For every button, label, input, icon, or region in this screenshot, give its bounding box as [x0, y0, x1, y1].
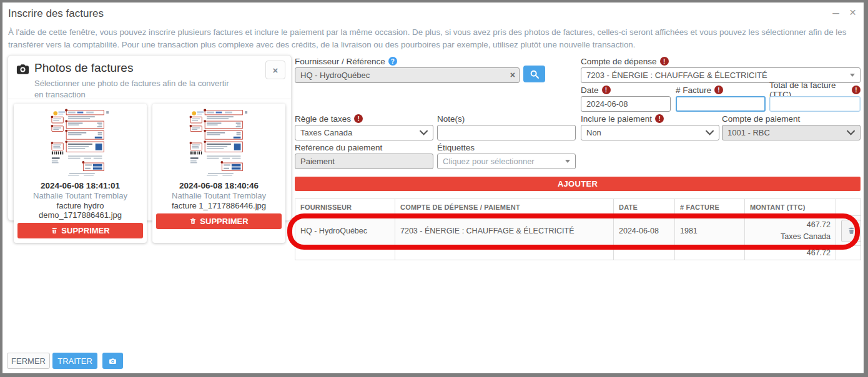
- cell-facture: 1981: [675, 216, 745, 246]
- table-row: HQ - HydroQuébec 7203 - ÉNERGIE : CHAUFF…: [295, 216, 861, 246]
- camera-button[interactable]: [102, 353, 123, 369]
- header-compte: COMPTE DE DÉPENSE / PAIEMENT: [395, 199, 614, 216]
- window-controls: – ×: [832, 5, 856, 20]
- reference-paiement-label: Reférence du paiement: [295, 143, 382, 152]
- regle-taxes-select[interactable]: Taxes Canada: [295, 125, 433, 140]
- invoice-photo-thumbnail[interactable]: [50, 108, 111, 178]
- required-icon: !: [852, 86, 861, 94]
- supprimer-button[interactable]: SUPPRIMER: [17, 223, 143, 238]
- clear-icon[interactable]: ×: [510, 70, 515, 80]
- photo-filename: facture 1_1717886446.jpg: [156, 201, 282, 210]
- chevron-down-icon: [706, 130, 714, 135]
- chevron-down-icon: [850, 74, 855, 77]
- etiquettes-label: Étiquettes: [437, 143, 475, 152]
- photos-panel-subtitle: Sélectionner une photo de factures afin …: [34, 78, 234, 100]
- close-icon[interactable]: ×: [849, 5, 856, 20]
- photo-user: Nathalie Toutant Tremblay: [156, 191, 282, 200]
- required-icon: !: [354, 114, 363, 123]
- fournisseur-label: Fournisseur / Référence: [295, 57, 385, 66]
- compte-paiement-field-group: Compte de paiement 1001 - RBC: [722, 114, 861, 140]
- table-total-row: 467.72: [295, 246, 861, 260]
- cell-compte: 7203 - ÉNERGIE : CHAUFFAGE & ÉLECTRICITÉ: [395, 216, 614, 246]
- supprimer-button[interactable]: SUPPRIMER: [156, 213, 282, 229]
- photos-panel: Photos de factures Sélectionner une phot…: [7, 55, 292, 221]
- total-montant: 467.72: [745, 246, 836, 260]
- photo-timestamp: 2024-06-08 18:40:46: [156, 181, 282, 190]
- photo-card: 2024-06-08 18:41:01 Nathalie Toutant Tre…: [14, 104, 147, 243]
- inclure-paiement-value: Non: [586, 128, 601, 137]
- photo-filename: facture hydro demo_1717886461.jpg: [17, 201, 143, 220]
- page-title: Inscrire des factures: [8, 7, 104, 20]
- photos-panel-title: Photos de factures: [34, 61, 133, 75]
- photos-panel-close-icon[interactable]: ×: [265, 61, 285, 79]
- regle-taxes-field-group: Règle de taxes ! Taxes Canada: [295, 114, 433, 140]
- regle-taxes-label: Règle de taxes: [295, 114, 351, 124]
- fournisseur-input[interactable]: [295, 67, 520, 83]
- photo-timestamp: 2024-06-08 18:41:01: [17, 181, 143, 190]
- photo-cards: 2024-06-08 18:41:01 Nathalie Toutant Tre…: [8, 99, 291, 247]
- header-actions: [836, 199, 861, 216]
- photos-panel-header: Photos de factures Sélectionner une phot…: [8, 56, 291, 99]
- cell-fournisseur: HQ - HydroQuébec: [295, 216, 395, 246]
- header-date: DATE: [614, 199, 675, 216]
- required-icon: !: [660, 57, 669, 66]
- ajouter-button[interactable]: AJOUTER: [295, 177, 861, 191]
- compte-depense-value: 7203 - ÉNERGIE : CHAUFFAGE & ÉLECTRICITÉ: [586, 71, 767, 80]
- cell-montant: 467.72 Taxes Canada: [745, 216, 836, 246]
- supprimer-label: SUPPRIMER: [200, 217, 248, 226]
- regle-taxes-value: Taxes Canada: [300, 128, 352, 137]
- inclure-paiement-field-group: Inclure le paiement ! Non: [581, 114, 719, 140]
- etiquettes-field-group: Étiquettes Cliquez pour sélectionner: [437, 142, 576, 169]
- photo-card: 2024-06-08 18:40:46 Nathalie Toutant Tre…: [152, 104, 285, 243]
- notes-field-group: Note(s): [437, 114, 576, 140]
- help-icon[interactable]: ?: [388, 57, 397, 66]
- trash-icon: [51, 227, 58, 235]
- inclure-paiement-select[interactable]: Non: [581, 125, 719, 140]
- facture-no-field-group: # Facture !: [676, 85, 766, 112]
- row-delete-button[interactable]: [841, 220, 861, 242]
- header-montant: MONTANT (TTC): [745, 199, 836, 216]
- table-header-row: FOURNISSEUR COMPTE DE DÉPENSE / PAIEMENT…: [295, 199, 861, 216]
- invoice-photo-thumbnail[interactable]: [189, 108, 249, 178]
- inscrire-factures-dialog: Inscrire des factures – × À l'aide de ce…: [0, 0, 868, 377]
- header-fournisseur: FOURNISSEUR: [295, 199, 395, 216]
- notes-input[interactable]: [437, 125, 576, 140]
- camera-icon: [16, 62, 30, 76]
- date-field-group: Date !: [581, 85, 671, 112]
- chevron-down-icon: [565, 160, 570, 163]
- facture-no-input[interactable]: [676, 96, 766, 112]
- factures-table: FOURNISSEUR COMPTE DE DÉPENSE / PAIEMENT…: [295, 198, 861, 260]
- date-input[interactable]: [581, 96, 671, 112]
- reference-paiement-input[interactable]: [295, 154, 433, 169]
- cell-actions: [836, 216, 861, 246]
- traiter-button[interactable]: TRAITER: [52, 353, 97, 369]
- required-icon: !: [714, 86, 723, 94]
- required-icon: !: [602, 86, 611, 94]
- compte-depense-label: Compte de dépense: [581, 57, 657, 66]
- etiquettes-select[interactable]: Cliquez pour sélectionner: [437, 154, 576, 169]
- trash-icon: [189, 217, 197, 225]
- etiquettes-placeholder: Cliquez pour sélectionner: [443, 157, 535, 166]
- compte-paiement-select[interactable]: 1001 - RBC: [722, 125, 861, 140]
- montant-value: 467.72: [750, 219, 831, 230]
- fermer-button[interactable]: FERMER: [7, 353, 50, 369]
- cell-date: 2024-06-08: [614, 216, 675, 246]
- reference-paiement-field-group: Reférence du paiement: [295, 142, 433, 169]
- total-facture-input[interactable]: [769, 96, 861, 112]
- photo-user: Nathalie Toutant Tremblay: [17, 191, 143, 200]
- compte-paiement-label: Compte de paiement: [722, 114, 800, 124]
- date-label: Date: [581, 86, 599, 95]
- trash-icon: [847, 226, 856, 235]
- facture-no-label: # Facture: [676, 86, 711, 95]
- compte-depense-field-group: Compte de dépense ! 7203 - ÉNERGIE : CHA…: [581, 56, 861, 83]
- search-button[interactable]: [523, 66, 545, 82]
- total-facture-field-group: Total de la facture (TTC) !: [769, 85, 861, 112]
- chevron-down-icon: [420, 130, 428, 135]
- minimize-icon[interactable]: –: [832, 5, 839, 20]
- notes-label: Note(s): [437, 114, 465, 124]
- inclure-paiement-label: Inclure le paiement: [581, 114, 652, 124]
- dialog-description: À l'aide de cette fenêtre, vous pouvez i…: [8, 26, 860, 51]
- supprimer-label: SUPPRIMER: [61, 226, 109, 235]
- montant-taxes: Taxes Canada: [750, 231, 831, 242]
- fournisseur-field-group: Fournisseur / Référence ? ×: [295, 56, 520, 83]
